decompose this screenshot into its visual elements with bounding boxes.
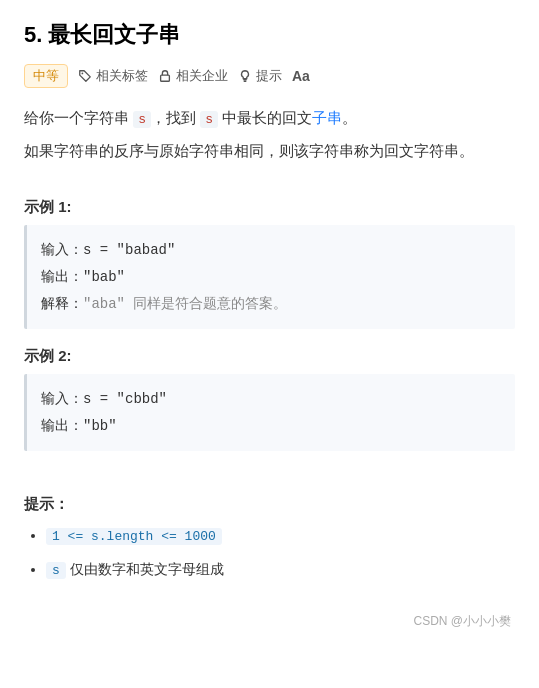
hint-item-1: 1 <= s.length <= 1000 xyxy=(46,524,515,548)
inline-code-s2: s xyxy=(200,111,218,128)
footer-watermark: CSDN @小小小樊 xyxy=(24,613,515,630)
example1-output: 输出："bab" xyxy=(41,264,501,291)
hints-section-title: 提示： xyxy=(24,495,515,514)
lightbulb-icon xyxy=(238,69,252,83)
example2-input: 输入：s = "cbbd" xyxy=(41,386,501,413)
related-tags-label: 相关标签 xyxy=(96,67,148,85)
example1-block: 输入：s = "babad" 输出："bab" 解释："aba" 同样是符合题意… xyxy=(24,225,515,329)
inline-code-s1: s xyxy=(133,111,151,128)
lock-icon xyxy=(158,69,172,83)
tag-row: 中等 相关标签 相关企业 提示 Aa xyxy=(24,64,515,88)
related-company-label: 相关企业 xyxy=(176,67,228,85)
hint-btn[interactable]: 提示 xyxy=(238,67,282,85)
difficulty-tag[interactable]: 中等 xyxy=(24,64,68,88)
svg-rect-1 xyxy=(161,75,170,81)
hint-label: 提示 xyxy=(256,67,282,85)
hint-code-1: 1 <= s.length <= 1000 xyxy=(46,528,222,545)
hints-list: 1 <= s.length <= 1000 s 仅由数字和英文字母组成 xyxy=(24,524,515,582)
hint-item-2: s 仅由数字和英文字母组成 xyxy=(46,558,515,582)
description-line1: 给你一个字符串 s，找到 s 中最长的回文子串。 xyxy=(24,104,515,131)
related-tags-btn[interactable]: 相关标签 xyxy=(78,67,148,85)
tag-icon xyxy=(78,69,92,83)
description-line2: 如果字符串的反序与原始字符串相同，则该字符串称为回文字符串。 xyxy=(24,137,515,164)
example2-output: 输出："bb" xyxy=(41,413,501,440)
example1-input: 输入：s = "babad" xyxy=(41,237,501,264)
svg-point-0 xyxy=(82,73,84,75)
example2-title: 示例 2: xyxy=(24,347,515,366)
page-title: 5. 最长回文子串 xyxy=(24,20,515,50)
related-company-btn[interactable]: 相关企业 xyxy=(158,67,228,85)
example2-block: 输入：s = "cbbd" 输出："bb" xyxy=(24,374,515,451)
example1-comment: 解释："aba" 同样是符合题意的答案。 xyxy=(41,291,501,318)
font-btn[interactable]: Aa xyxy=(292,68,310,84)
palindrome-link[interactable]: 子串 xyxy=(312,109,342,126)
hint-code-s: s xyxy=(46,562,66,579)
font-icon-label: Aa xyxy=(292,68,310,84)
example1-title: 示例 1: xyxy=(24,198,515,217)
